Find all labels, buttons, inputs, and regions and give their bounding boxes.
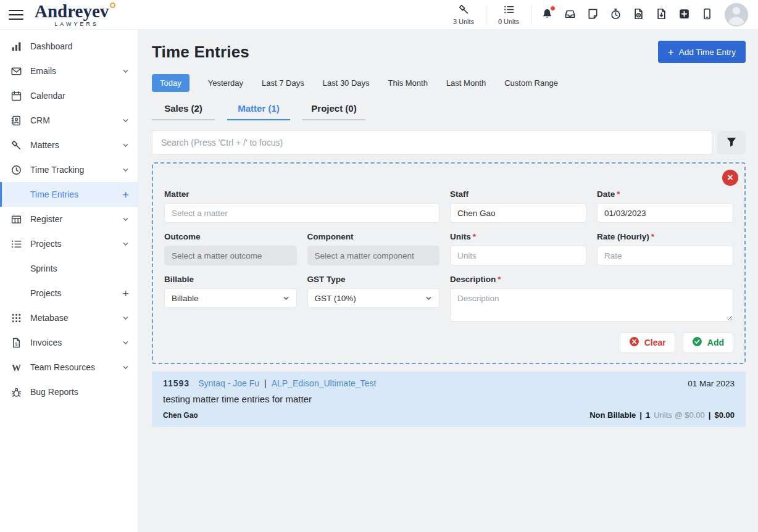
sidebar-item-register[interactable]: Register [0, 207, 138, 231]
sidebar-item-label: Dashboard [30, 41, 129, 51]
add-button[interactable]: Add [683, 332, 733, 353]
filter-yesterday[interactable]: Yesterday [208, 78, 243, 88]
billable-label: Billable [164, 275, 297, 284]
brand-name: Andreyev [35, 2, 109, 20]
sidebar-item-invoices[interactable]: $ Invoices [0, 330, 138, 355]
user-avatar[interactable] [725, 3, 748, 27]
filter-button[interactable] [717, 131, 746, 154]
sidebar-item-label: Invoices [30, 338, 114, 347]
invoice-icon: $ [10, 338, 22, 348]
notifications-button[interactable] [539, 7, 554, 23]
billable-select[interactable]: Billable [164, 288, 297, 308]
entry-type-tabs: Sales (2) Matter (1) Project (0) [152, 103, 746, 120]
description-field: Description* [450, 275, 733, 322]
required-mark: * [651, 232, 654, 241]
sidebar-item-metabase[interactable]: Metabase [0, 305, 138, 330]
sidebar-item-sprints[interactable]: Sprints [0, 256, 138, 281]
outcome-field: Outcome [164, 232, 297, 265]
add-time-entry-button[interactable]: + Add Time Entry [658, 41, 746, 63]
sidebar-item-label: Sprints [30, 264, 129, 273]
dot-grid-icon [10, 313, 22, 323]
pipe-separator: | [709, 410, 711, 420]
search-input[interactable] [152, 130, 712, 155]
sidebar-item-bug-reports[interactable]: Bug Reports [0, 380, 138, 404]
sidebar-item-emails[interactable]: Emails [0, 59, 138, 83]
chevron-down-icon [122, 117, 129, 124]
filter-today[interactable]: Today [152, 74, 190, 92]
notes-button[interactable] [585, 7, 600, 23]
staff-field: Staff [450, 189, 586, 223]
staff-input[interactable] [450, 203, 586, 223]
clear-button[interactable]: Clear [620, 332, 675, 353]
timer-button[interactable] [608, 7, 623, 23]
matter-input[interactable] [164, 203, 439, 223]
time-entry-row[interactable]: 11593 Syntaq - Joe Fu | ALP_Edison_Ultim… [152, 372, 746, 427]
chevron-down-icon [122, 339, 129, 346]
add-icon[interactable]: + [122, 189, 129, 201]
gst-type-label: GST Type [307, 275, 440, 284]
sidebar-item-time-tracking[interactable]: Time Tracking [0, 157, 138, 182]
sidebar-item-label: Register [30, 214, 114, 224]
entry-id: 11593 [163, 378, 190, 388]
add-icon[interactable]: + [122, 288, 129, 299]
sidebar-item-label: Metabase [30, 313, 114, 323]
chevron-down-icon [122, 241, 129, 247]
required-mark: * [473, 232, 476, 241]
units-field: Units* [450, 232, 586, 265]
tab-project[interactable]: Project (0) [302, 103, 365, 120]
bug-icon [10, 387, 22, 397]
date-label: Date* [597, 189, 733, 199]
brand-logo[interactable]: Andreyev LAWYERS [35, 2, 115, 27]
quick-add-button[interactable] [677, 7, 691, 23]
hamburger-menu-button[interactable] [7, 6, 25, 23]
filter-last-7-days[interactable]: Last 7 Days [262, 78, 304, 88]
task-units-indicator[interactable]: 0 Units [494, 4, 523, 25]
sidebar-item-calendar[interactable]: Calendar [0, 83, 138, 108]
close-form-button[interactable]: × [722, 170, 738, 186]
date-input[interactable] [597, 203, 733, 223]
sidebar-item-crm[interactable]: CRM [0, 108, 138, 133]
entry-units-detail: Units @ $0.00 [654, 410, 705, 420]
time-entry-form: × Matter Staff Date* Outcome [152, 162, 746, 364]
sidebar-item-label: Team Resources [30, 362, 114, 372]
rate-input[interactable] [597, 246, 733, 265]
tab-matter[interactable]: Matter (1) [227, 103, 290, 120]
sidebar-item-dashboard[interactable]: Dashboard [0, 34, 138, 59]
funnel-icon [726, 136, 737, 149]
inbox-button[interactable] [562, 7, 577, 23]
file-clock-icon [633, 8, 644, 22]
filter-last-month[interactable]: Last Month [446, 78, 486, 88]
sidebar-item-projects-sub[interactable]: Projects + [0, 281, 138, 305]
matter-link[interactable]: Syntaq - Joe Fu [198, 378, 259, 388]
sidebar-item-time-entries[interactable]: Time Entries + [0, 182, 138, 207]
chevron-down-icon [122, 68, 129, 75]
sidebar-item-label: Bug Reports [30, 387, 129, 397]
rate-label: Rate (Hourly)* [597, 232, 733, 241]
matter-units-indicator[interactable]: 3 Units [449, 4, 478, 25]
sidebar-item-matters[interactable]: Matters [0, 133, 138, 157]
description-input[interactable] [450, 288, 733, 322]
units-label: Units* [450, 232, 586, 241]
file-download-button[interactable] [654, 7, 668, 23]
sidebar: Dashboard Emails Calendar CRM [0, 30, 138, 532]
chevron-down-icon [425, 295, 432, 302]
sidebar-item-label: Time Tracking [30, 165, 114, 175]
sidebar-item-projects[interactable]: Projects [0, 231, 138, 256]
filter-last-30-days[interactable]: Last 30 Days [323, 78, 370, 88]
date-field: Date* [597, 189, 733, 223]
units-input[interactable] [450, 246, 586, 265]
contacts-button[interactable] [699, 7, 714, 23]
tab-sales[interactable]: Sales (2) [152, 103, 215, 120]
sidebar-item-team-resources[interactable]: W Team Resources [0, 355, 138, 380]
filter-custom-range[interactable]: Custom Range [504, 78, 558, 88]
project-link[interactable]: ALP_Edison_Ultimate_Test [272, 378, 377, 388]
entry-units: 1 [646, 410, 650, 420]
file-history-button[interactable] [631, 7, 646, 23]
staff-label: Staff [450, 189, 586, 199]
gst-type-select[interactable]: GST (10%) [307, 288, 440, 308]
filter-this-month[interactable]: This Month [388, 78, 428, 88]
pipe-separator: | [264, 378, 267, 388]
envelope-icon [10, 66, 22, 77]
sidebar-item-label: Time Entries [30, 189, 114, 199]
page-title: Time Entries [152, 43, 249, 62]
